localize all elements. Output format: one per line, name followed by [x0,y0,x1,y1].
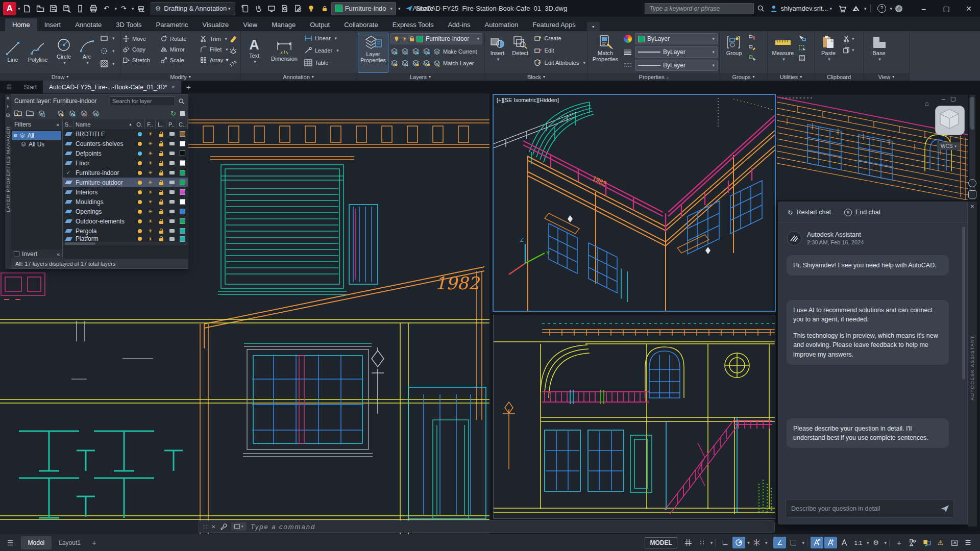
tab-annotate[interactable]: Annotate [68,18,109,31]
autocad-app-icon[interactable]: A [3,2,16,15]
offset-button[interactable] [229,59,237,67]
panel-footer-modify[interactable]: Modify [120,73,240,81]
help-search-input[interactable] [645,3,754,14]
stretch-button[interactable]: Stretch [122,55,160,65]
mirror-button[interactable]: Mirror [160,44,200,54]
tab-drawing[interactable]: AutoCAD-FY25_Fire-...-Book-Cafe_01_3D* [43,81,181,93]
help-icon[interactable] [875,2,888,15]
set-current-layer-icon[interactable] [92,110,100,117]
viewcube-home-icon[interactable] [925,99,929,107]
layer-thaw-icon[interactable] [412,59,420,67]
layer-row[interactable]: Platform [63,236,188,242]
dimension-button[interactable]: Dimension [267,39,301,62]
panel-footer-view[interactable]: View [864,73,909,81]
lineweight-dropdown[interactable]: ByLayer [635,46,718,58]
layer-row[interactable]: Floor [63,158,188,168]
leader-button[interactable]: Leader [304,45,339,55]
panel-footer-groups[interactable]: Groups [720,73,767,81]
detect-button[interactable]: Detect [509,33,531,56]
layer-on-bulb-icon[interactable] [305,2,318,15]
group-button[interactable]: Group [722,33,746,56]
qat-layer-dropdown[interactable]: Furniture-indo [331,2,396,15]
layer-lock-icon[interactable] [318,2,331,15]
monitor-sync-icon[interactable] [265,2,278,15]
panel-footer-draw[interactable]: Draw [0,73,120,81]
maximize-button[interactable] [935,0,958,17]
revision-cloud-button[interactable] [100,46,115,56]
tab-home[interactable]: Home [5,18,37,31]
redo-button[interactable] [117,2,130,15]
tab-parametric[interactable]: Parametric [149,18,195,31]
edit-attributes-button[interactable]: Edit Attributes [534,58,585,67]
scale-button[interactable]: Scale [160,55,200,65]
undo-button[interactable] [100,2,113,15]
quick-select-icon[interactable] [798,34,806,41]
text-button[interactable]: A Text [243,36,265,65]
batch-plot-button[interactable] [134,2,148,15]
qat-more-caret-icon[interactable] [398,6,401,11]
layer-row[interactable]: Outdoor-elements [63,216,188,226]
palette-close-icon[interactable] [6,95,10,101]
new-group-filter-icon[interactable] [26,110,34,117]
make-current-button[interactable]: Make Current [433,46,477,56]
close-button[interactable] [958,0,980,17]
linetype-dropdown[interactable]: ByLayer [635,60,718,71]
file-tab-menu-icon[interactable] [6,84,12,91]
command-prompt-icon[interactable] [231,522,247,531]
navbar-wheel-icon[interactable] [968,179,976,187]
isodraft-button[interactable] [750,537,763,548]
palette-settings-icon[interactable] [180,111,185,116]
layer-row[interactable]: Defpoints [63,148,188,158]
osnap-tracking-button[interactable] [773,537,786,548]
select-objects-icon[interactable] [798,44,806,52]
delete-layer-icon[interactable] [80,110,88,117]
viewport-elevation[interactable] [494,315,775,518]
new-tab-button[interactable] [186,83,191,91]
layer-freeze-icon[interactable] [412,47,420,55]
panel-footer-annotation[interactable]: Annotation [241,73,356,81]
polyline-button[interactable]: Polyline [24,39,51,63]
viewcube[interactable] [935,106,965,135]
layer-search-icon[interactable] [178,98,185,105]
osnap-caret-icon[interactable] [802,540,804,545]
feedback-icon[interactable] [892,2,905,15]
layer-on-tool-icon[interactable] [390,59,398,67]
autodesk-logo-icon[interactable] [849,2,863,15]
app-menu-caret-icon[interactable] [18,6,20,11]
workspace-switcher[interactable]: Drafting & Annotation [151,2,235,15]
gear-caret-icon[interactable] [884,540,887,545]
search-icon[interactable] [754,2,767,15]
tab-automation[interactable]: Automation [477,18,525,31]
circle-button[interactable]: Circle [52,36,76,66]
sheet-set-icon[interactable] [238,2,252,15]
arc-button[interactable]: Arc [77,36,97,66]
graphics-performance-button[interactable] [920,537,933,548]
layer-row[interactable]: Openings [63,207,188,216]
tab-view[interactable]: View [236,18,264,31]
edit-block-button[interactable]: Edit [534,45,585,55]
invert-filter[interactable]: Invert « [11,249,62,259]
new-property-filter-icon[interactable] [14,110,22,117]
layer-dropdown[interactable]: Furniture-indoor [390,33,482,44]
model-tab[interactable]: Model [21,536,52,549]
cart-icon[interactable] [836,2,849,15]
clean-screen-button[interactable] [948,537,961,548]
tab-insert[interactable]: Insert [37,18,68,31]
new-file-button[interactable] [20,2,34,15]
share-label[interactable]: Share [416,5,434,12]
filter-all-used[interactable]: All Us [12,140,61,148]
annotation-visibility-button[interactable] [811,537,823,548]
snap-caret-icon[interactable] [710,540,713,545]
new-layer-frozen-icon[interactable] [68,110,76,117]
tab-add-ins[interactable]: Add-ins [440,18,477,31]
object-snap-button[interactable] [787,537,800,548]
line-button[interactable]: Line [2,39,23,63]
tab-output[interactable]: Output [303,18,337,31]
save-to-mobile-button[interactable] [74,2,87,15]
viewport-restore-icon[interactable] [950,95,955,102]
isolate-objects-button[interactable] [906,537,919,548]
copy-button[interactable]: Copy [122,44,160,54]
layer-lock-tool-icon[interactable] [423,47,430,55]
annotation-monitor-button[interactable] [934,537,947,548]
tab-start[interactable]: Start [18,81,43,93]
